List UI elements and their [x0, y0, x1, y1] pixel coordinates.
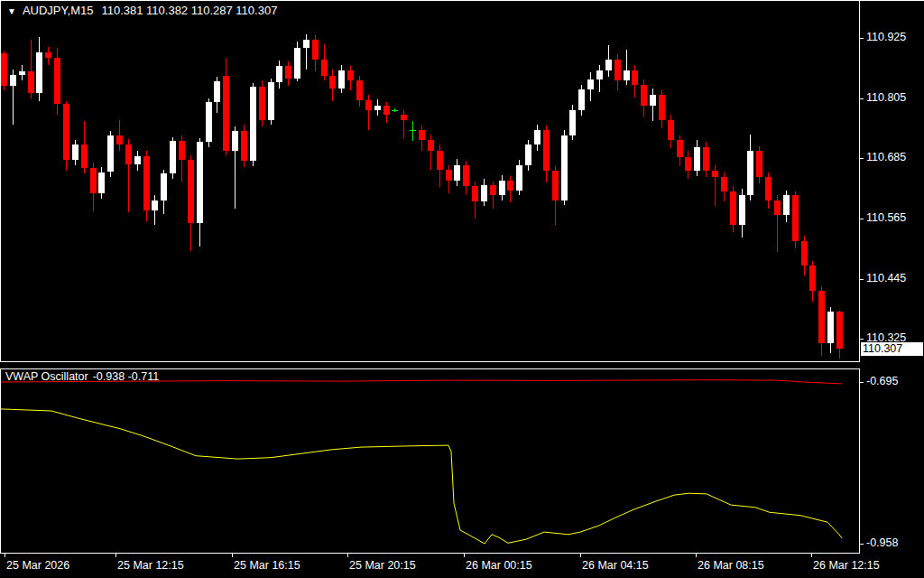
panel-divider[interactable] — [0, 362, 860, 368]
chart-dropdown-icon[interactable]: ▼ — [7, 6, 16, 16]
time-axis-label: 25 Mar 2026 — [6, 559, 69, 572]
candle — [587, 72, 594, 100]
candle — [783, 191, 790, 223]
current-price-value: 110.307 — [863, 342, 902, 355]
candle — [419, 126, 425, 151]
candle — [81, 121, 88, 173]
candle — [659, 90, 665, 127]
candle — [1, 51, 7, 91]
candle — [134, 151, 141, 171]
candle — [694, 140, 700, 176]
candle — [668, 115, 674, 148]
vwap-main-line — [1, 409, 842, 544]
candle — [446, 165, 452, 194]
candle — [90, 163, 97, 210]
price-axis-tick — [860, 38, 864, 39]
price-axis-tick — [860, 279, 864, 280]
candle — [28, 40, 34, 98]
time-axis-tick — [232, 554, 233, 557]
time-axis-tick — [464, 554, 465, 557]
price-axis[interactable]: 110.925110.805110.685110.565110.445110.3… — [860, 0, 924, 554]
candle — [152, 195, 158, 225]
candle — [765, 172, 772, 209]
price-chart-panel[interactable]: ▼AUDJPY,M15110.381 110.382 110.287 110.3… — [0, 0, 860, 362]
candle — [552, 166, 559, 226]
candle — [747, 135, 753, 200]
candle — [650, 89, 656, 121]
candle — [525, 140, 531, 171]
price-axis-tick — [860, 382, 864, 383]
candle — [685, 151, 691, 179]
candle — [401, 110, 407, 138]
candle — [739, 189, 745, 237]
candle — [45, 47, 51, 65]
candle — [614, 54, 621, 90]
candle — [321, 44, 328, 80]
candle — [365, 95, 372, 130]
vwap-oscillator-chart — [1, 369, 859, 553]
candle — [507, 176, 513, 202]
indicator-panel[interactable]: VWAP Oscillator-0.938 -0.711 — [0, 368, 860, 554]
candle — [490, 182, 496, 209]
candle — [499, 175, 505, 200]
candle — [374, 99, 381, 116]
candle — [818, 286, 825, 356]
candle — [809, 261, 816, 302]
price-axis-label: 110.925 — [866, 31, 906, 43]
candle — [72, 140, 79, 165]
candle — [125, 139, 132, 212]
price-axis-tick — [860, 544, 864, 545]
candle — [801, 236, 808, 276]
candle — [63, 101, 69, 172]
candle — [303, 34, 310, 70]
candle — [836, 311, 843, 359]
time-axis-tick — [347, 554, 348, 557]
mt4-chart-window: ▼AUDJPY,M15110.381 110.382 110.287 110.3… — [0, 0, 924, 578]
time-axis-label: 26 Mar 08:15 — [698, 559, 764, 572]
candle — [703, 142, 709, 177]
indicator-values: -0.938 -0.711 — [93, 370, 159, 383]
candle — [197, 138, 203, 247]
price-axis-label: 110.565 — [866, 211, 906, 224]
time-axis-label: 26 Mar 04:15 — [582, 559, 649, 572]
candle — [792, 191, 799, 248]
candle — [179, 135, 185, 181]
candle — [534, 125, 541, 151]
candle — [578, 85, 585, 117]
candle — [463, 161, 469, 195]
chart-title: ▼AUDJPY,M15110.381 110.382 110.287 110.3… — [7, 4, 277, 17]
indicator-label: VWAP Oscillator-0.938 -0.711 — [5, 370, 159, 383]
time-axis-tick — [5, 554, 5, 557]
candle — [596, 65, 603, 92]
candle — [543, 126, 550, 182]
candle — [188, 155, 194, 252]
candle — [827, 307, 834, 353]
candle — [276, 61, 282, 89]
price-axis-tick — [860, 158, 864, 159]
candle — [721, 172, 727, 201]
time-axis-label: 25 Mar 12:15 — [117, 559, 184, 572]
indicator-name: VWAP Oscillator — [5, 370, 88, 383]
candle — [259, 80, 265, 126]
price-axis-tick — [860, 98, 864, 99]
candle — [437, 144, 443, 187]
candle — [214, 77, 220, 114]
candle — [410, 121, 416, 141]
candle — [632, 65, 638, 98]
time-axis[interactable]: 25 Mar 202625 Mar 12:1525 Mar 16:1525 Ma… — [0, 554, 924, 578]
price-axis-label: -0.695 — [866, 375, 898, 387]
candlestick-chart — [1, 1, 859, 361]
candle — [756, 146, 762, 183]
candle — [107, 131, 114, 177]
time-axis-tick — [580, 554, 581, 557]
candle — [285, 61, 291, 86]
time-axis-label: 26 Mar 00:15 — [466, 559, 532, 572]
time-axis-tick — [811, 554, 812, 557]
candle — [392, 108, 398, 113]
candle — [774, 195, 781, 252]
candle — [356, 76, 363, 107]
candle — [268, 79, 274, 126]
candle — [730, 186, 736, 232]
candle — [143, 151, 150, 221]
price-axis-tick — [860, 219, 864, 219]
